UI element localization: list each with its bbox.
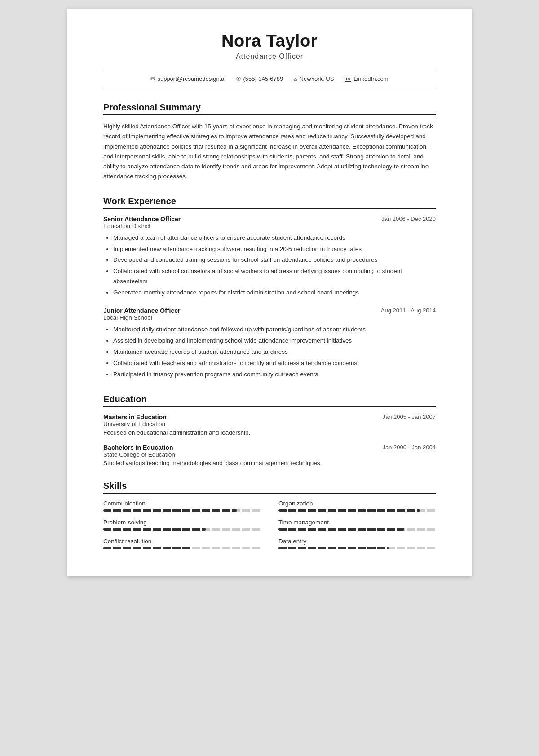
job-header-0: Senior Attendance OfficerJan 2006 - Dec … (103, 215, 436, 223)
email-value: support@resumedesign.ai (157, 75, 225, 82)
skill-bar-container-0 (103, 509, 261, 512)
job-title-0: Senior Attendance Officer (103, 215, 181, 223)
skill-bar-container-4 (103, 547, 261, 549)
linkedin-icon: in (345, 76, 351, 82)
job-bullets-0: Managed a team of attendance officers to… (103, 233, 436, 299)
skill-bar-fill-5 (278, 547, 389, 549)
job-entry-1: Junior Attendance OfficerAug 2011 - Aug … (103, 307, 436, 380)
skills-title: Skills (103, 481, 436, 494)
job-date-1: Aug 2011 - Aug 2014 (381, 307, 436, 314)
skill-bar-container-3 (278, 528, 436, 531)
skill-item-2: Problem-solving (103, 519, 261, 531)
skill-item-4: Conflict resolution (103, 538, 261, 549)
job-bullet-1-3: Collaborated with teachers and administr… (113, 358, 436, 369)
edu-date-0: Jan 2005 - Jan 2007 (382, 413, 436, 420)
skill-name-5: Data entry (278, 538, 436, 545)
edu-container: Masters in EducationJan 2005 - Jan 2007U… (103, 413, 436, 466)
skill-bar-fill-4 (103, 547, 190, 549)
job-bullets-1: Monitored daily student attendance and f… (103, 325, 436, 380)
candidate-title: Attendance Officer (103, 53, 436, 61)
contact-location: ⌂ NewYork, US (294, 75, 334, 82)
job-company-0: Education District (103, 223, 436, 229)
edu-school-1: State College of Education (103, 451, 436, 458)
job-bullet-1-1: Assisted in developing and implementing … (113, 336, 436, 346)
edu-desc-1: Studied various teaching methodologies a… (103, 460, 436, 466)
work-experience-title: Work Experience (103, 196, 436, 209)
job-bullet-1-2: Maintained accurate records of student a… (113, 347, 436, 357)
skill-item-1: Organization (278, 500, 436, 512)
edu-header-1: Bachelors in EducationJan 2000 - Jan 200… (103, 444, 436, 451)
edu-degree-0: Masters in Education (103, 413, 167, 421)
edu-school-0: University of Education (103, 421, 436, 427)
edu-date-1: Jan 2000 - Jan 2004 (382, 444, 436, 451)
edu-header-0: Masters in EducationJan 2005 - Jan 2007 (103, 413, 436, 421)
summary-section: Professional Summary Highly skilled Atte… (103, 102, 436, 182)
edu-desc-0: Focused on educational administration an… (103, 429, 436, 436)
job-bullet-0-3: Collaborated with school counselors and … (113, 266, 436, 287)
skill-bar-fill-1 (278, 509, 420, 512)
skill-item-3: Time management (278, 519, 436, 531)
skill-bar-container-1 (278, 509, 436, 512)
job-header-1: Junior Attendance OfficerAug 2011 - Aug … (103, 307, 436, 314)
jobs-container: Senior Attendance OfficerJan 2006 - Dec … (103, 215, 436, 380)
job-bullet-0-1: Implemented new attendance tracking soft… (113, 244, 436, 255)
skill-name-2: Problem-solving (103, 519, 261, 526)
job-bullet-0-2: Developed and conducted training session… (113, 255, 436, 265)
skill-name-4: Conflict resolution (103, 538, 261, 545)
education-title: Education (103, 394, 436, 407)
job-title-1: Junior Attendance Officer (103, 307, 180, 314)
header-section: Nora Taylor Attendance Officer (103, 31, 436, 61)
skill-name-3: Time management (278, 519, 436, 526)
skill-item-0: Communication (103, 500, 261, 512)
work-experience-section: Work Experience Senior Attendance Office… (103, 196, 436, 380)
contact-email: ✉ support@resumedesign.ai (150, 75, 225, 82)
skill-name-1: Organization (278, 500, 436, 507)
skills-section: Skills CommunicationOrganizationProblem-… (103, 481, 436, 549)
summary-title: Professional Summary (103, 102, 436, 115)
phone-value: (555) 345-6789 (243, 75, 283, 82)
edu-entry-1: Bachelors in EducationJan 2000 - Jan 200… (103, 444, 436, 466)
job-bullet-1-0: Monitored daily student attendance and f… (113, 325, 436, 335)
candidate-name: Nora Taylor (103, 31, 436, 51)
job-bullet-1-4: Participated in truancy prevention progr… (113, 369, 436, 380)
skill-bar-fill-3 (278, 528, 404, 531)
job-company-1: Local High School (103, 314, 436, 321)
summary-text: Highly skilled Attendance Officer with 1… (103, 122, 436, 182)
location-value: NewYork, US (300, 75, 334, 82)
education-section: Education Masters in EducationJan 2005 -… (103, 394, 436, 466)
linkedin-value: LinkedIn.com (353, 75, 388, 82)
skill-item-5: Data entry (278, 538, 436, 549)
contact-linkedin: in LinkedIn.com (345, 75, 388, 82)
skill-name-0: Communication (103, 500, 261, 507)
edu-entry-0: Masters in EducationJan 2005 - Jan 2007U… (103, 413, 436, 436)
skill-bar-container-2 (103, 528, 261, 531)
skill-bar-container-5 (278, 547, 436, 549)
skill-bar-fill-0 (103, 509, 237, 512)
job-bullet-0-4: Generated monthly attendance reports for… (113, 288, 436, 298)
job-entry-0: Senior Attendance OfficerJan 2006 - Dec … (103, 215, 436, 299)
job-bullet-0-0: Managed a team of attendance officers to… (113, 233, 436, 243)
contact-phone: ✆ (555) 345-6789 (236, 75, 283, 82)
email-icon: ✉ (150, 76, 155, 82)
edu-degree-1: Bachelors in Education (103, 444, 173, 451)
phone-icon: ✆ (236, 76, 241, 82)
resume-page: Nora Taylor Attendance Officer ✉ support… (67, 9, 472, 576)
job-date-0: Jan 2006 - Dec 2020 (381, 215, 436, 222)
contact-bar: ✉ support@resumedesign.ai ✆ (555) 345-67… (103, 70, 436, 88)
skills-container: CommunicationOrganizationProblem-solving… (103, 500, 436, 549)
skill-bar-fill-2 (103, 528, 206, 531)
location-icon: ⌂ (294, 76, 297, 82)
